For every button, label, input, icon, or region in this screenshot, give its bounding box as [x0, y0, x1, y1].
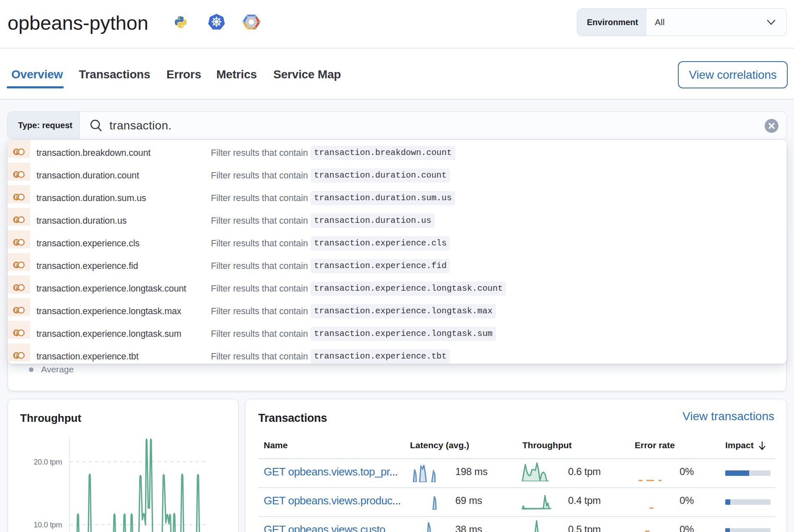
svg-text:20.0 tpm: 20.0 tpm: [34, 458, 62, 466]
svg-text:F: F: [15, 240, 18, 245]
svg-text:F: F: [15, 217, 18, 223]
svg-text:F: F: [15, 194, 18, 200]
svg-text:F: F: [15, 285, 18, 291]
svg-text:F: F: [15, 330, 18, 336]
svg-text:F: F: [15, 172, 18, 178]
svg-text:10.0 tpm: 10.0 tpm: [34, 521, 62, 529]
svg-text:F: F: [15, 353, 18, 359]
svg-text:F: F: [15, 262, 18, 268]
svg-text:F: F: [15, 307, 18, 313]
svg-text:F: F: [15, 149, 18, 155]
